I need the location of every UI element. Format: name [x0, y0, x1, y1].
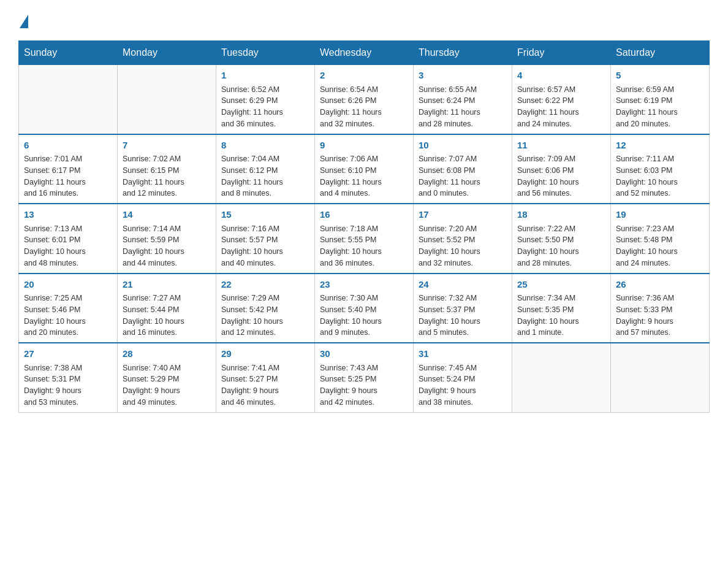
day-info-line: Sunset: 6:19 PM: [616, 95, 704, 107]
day-info-line: Sunset: 6:01 PM: [24, 234, 112, 246]
day-number: 11: [517, 139, 605, 153]
weekday-header-sunday: Sunday: [19, 41, 118, 65]
day-info-line: Sunset: 5:50 PM: [517, 234, 605, 246]
day-info-line: Sunrise: 7:09 AM: [517, 153, 605, 165]
logo-triangle-icon: [20, 15, 28, 28]
calendar-week-row: 27Sunrise: 7:38 AMSunset: 5:31 PMDayligh…: [19, 343, 710, 412]
day-info-line: and 28 minutes.: [419, 118, 507, 130]
day-info-line: Sunrise: 7:01 AM: [24, 153, 112, 165]
day-number: 6: [24, 139, 112, 153]
day-info-line: Sunset: 6:22 PM: [517, 95, 605, 107]
calendar-cell: [19, 65, 118, 134]
calendar-cell: 13Sunrise: 7:13 AMSunset: 6:01 PMDayligh…: [19, 204, 118, 274]
day-number: 18: [517, 208, 605, 222]
calendar-cell: 2Sunrise: 6:54 AMSunset: 6:26 PMDaylight…: [315, 65, 414, 134]
day-number: 19: [616, 208, 704, 222]
day-info-line: Daylight: 10 hours: [24, 316, 112, 327]
day-number: 9: [320, 139, 408, 153]
day-info-line: Sunrise: 7:30 AM: [320, 293, 408, 304]
day-info-line: Daylight: 10 hours: [517, 316, 605, 327]
day-info-line: Sunrise: 7:04 AM: [221, 153, 309, 165]
day-number: 28: [123, 347, 211, 361]
day-info-line: Daylight: 9 hours: [123, 385, 211, 397]
calendar-cell: 15Sunrise: 7:16 AMSunset: 5:57 PMDayligh…: [216, 204, 315, 274]
day-info-line: Sunset: 5:29 PM: [123, 373, 211, 385]
day-info-line: Sunrise: 7:41 AM: [221, 362, 309, 374]
day-info-line: Daylight: 11 hours: [517, 107, 605, 118]
day-info-line: Sunset: 5:31 PM: [24, 373, 112, 385]
calendar-cell: 3Sunrise: 6:55 AMSunset: 6:24 PMDaylight…: [414, 65, 512, 134]
day-info-line: Sunrise: 7:07 AM: [419, 153, 507, 165]
day-info-line: Sunset: 5:33 PM: [616, 304, 704, 316]
day-info-line: Daylight: 11 hours: [320, 107, 408, 118]
day-info-line: Sunset: 5:48 PM: [616, 234, 704, 246]
day-info-line: Daylight: 11 hours: [419, 107, 507, 118]
day-info-line: Sunset: 6:03 PM: [616, 165, 704, 177]
day-info-line: Daylight: 9 hours: [616, 316, 704, 327]
day-info-line: Sunset: 5:37 PM: [419, 304, 507, 316]
day-info-line: and 4 minutes.: [320, 188, 408, 199]
day-info-line: Sunrise: 7:40 AM: [123, 362, 211, 374]
day-info-line: and 12 minutes.: [221, 327, 309, 339]
day-info-line: Daylight: 10 hours: [123, 246, 211, 258]
day-number: 25: [517, 278, 605, 292]
calendar-cell: 10Sunrise: 7:07 AMSunset: 6:08 PMDayligh…: [414, 134, 512, 204]
day-info-line: Sunset: 6:15 PM: [123, 165, 211, 177]
day-number: 1: [221, 69, 309, 83]
day-number: 5: [616, 69, 704, 83]
calendar-cell: 5Sunrise: 6:59 AMSunset: 6:19 PMDaylight…: [611, 65, 710, 134]
calendar-cell: 29Sunrise: 7:41 AMSunset: 5:27 PMDayligh…: [216, 343, 315, 412]
calendar-cell: 30Sunrise: 7:43 AMSunset: 5:25 PMDayligh…: [315, 343, 414, 412]
day-info-line: Daylight: 10 hours: [320, 316, 408, 327]
day-info-line: and 28 minutes.: [517, 258, 605, 269]
day-number: 17: [419, 208, 507, 222]
day-info-line: Sunrise: 7:38 AM: [24, 362, 112, 374]
day-info-line: Daylight: 10 hours: [616, 246, 704, 258]
day-info-line: Sunset: 5:55 PM: [320, 234, 408, 246]
day-info-line: Daylight: 10 hours: [123, 316, 211, 327]
day-info-line: and 48 minutes.: [24, 258, 112, 269]
day-number: 14: [123, 208, 211, 222]
day-info-line: and 20 minutes.: [24, 327, 112, 339]
day-info-line: and 5 minutes.: [419, 327, 507, 339]
day-info-line: and 32 minutes.: [419, 258, 507, 269]
day-info-line: Sunrise: 7:36 AM: [616, 293, 704, 304]
day-info-line: Sunset: 5:25 PM: [320, 373, 408, 385]
day-info-line: Daylight: 11 hours: [123, 177, 211, 188]
day-info-line: Sunset: 5:44 PM: [123, 304, 211, 316]
calendar-week-row: 1Sunrise: 6:52 AMSunset: 6:29 PMDaylight…: [19, 65, 710, 134]
day-info-line: and 32 minutes.: [320, 118, 408, 130]
day-info-line: and 42 minutes.: [320, 397, 408, 408]
day-info-line: and 1 minute.: [517, 327, 605, 339]
calendar-cell: 25Sunrise: 7:34 AMSunset: 5:35 PMDayligh…: [512, 274, 611, 343]
day-info-line: Sunrise: 7:34 AM: [517, 293, 605, 304]
day-info-line: Sunset: 5:27 PM: [221, 373, 309, 385]
day-number: 16: [320, 208, 408, 222]
day-info-line: Sunrise: 7:11 AM: [616, 153, 704, 165]
day-info-line: Sunrise: 6:54 AM: [320, 84, 408, 96]
calendar-cell: [512, 343, 611, 412]
day-number: 4: [517, 69, 605, 83]
day-number: 15: [221, 208, 309, 222]
day-number: 3: [419, 69, 507, 83]
day-info-line: Daylight: 10 hours: [221, 246, 309, 258]
day-info-line: Sunset: 6:26 PM: [320, 95, 408, 107]
calendar-cell: 7Sunrise: 7:02 AMSunset: 6:15 PMDaylight…: [118, 134, 216, 204]
day-info-line: Sunset: 5:42 PM: [221, 304, 309, 316]
calendar-cell: 28Sunrise: 7:40 AMSunset: 5:29 PMDayligh…: [118, 343, 216, 412]
day-info-line: Daylight: 11 hours: [320, 177, 408, 188]
day-number: 21: [123, 278, 211, 292]
day-info-line: Sunrise: 7:02 AM: [123, 153, 211, 165]
day-info-line: and 24 minutes.: [517, 118, 605, 130]
day-number: 10: [419, 139, 507, 153]
calendar-cell: 24Sunrise: 7:32 AMSunset: 5:37 PMDayligh…: [414, 274, 512, 343]
calendar-cell: 20Sunrise: 7:25 AMSunset: 5:46 PMDayligh…: [19, 274, 118, 343]
day-info-line: Sunset: 6:24 PM: [419, 95, 507, 107]
calendar-cell: 4Sunrise: 6:57 AMSunset: 6:22 PMDaylight…: [512, 65, 611, 134]
calendar-cell: 12Sunrise: 7:11 AMSunset: 6:03 PMDayligh…: [611, 134, 710, 204]
calendar-week-row: 13Sunrise: 7:13 AMSunset: 6:01 PMDayligh…: [19, 204, 710, 274]
day-info-line: Daylight: 9 hours: [24, 385, 112, 397]
weekday-header-row: SundayMondayTuesdayWednesdayThursdayFrid…: [19, 41, 710, 65]
day-info-line: and 44 minutes.: [123, 258, 211, 269]
day-info-line: Sunrise: 7:43 AM: [320, 362, 408, 374]
